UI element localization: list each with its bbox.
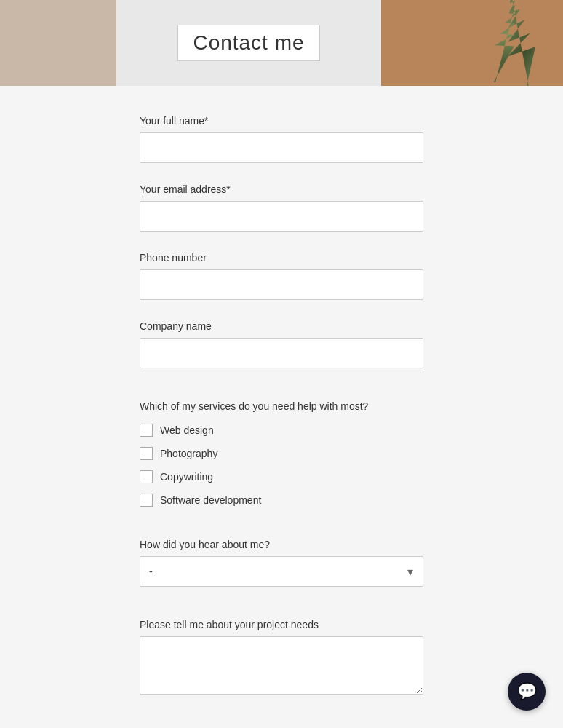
services-group: Which of my services do you need help wi… [140,400,423,507]
hero-section: Contact me [0,0,563,86]
hero-right-bg [381,0,563,86]
checkbox-software-development-label[interactable]: Software development [160,494,261,506]
hear-select[interactable]: - Google Social media Friend referral Ot… [140,556,423,587]
checkbox-photography[interactable]: Photography [140,447,423,460]
project-label: Please tell me about your project needs [140,619,423,630]
checkbox-copywriting-input[interactable] [140,470,153,483]
phone-input[interactable] [140,269,423,300]
full-name-group: Your full name* [140,115,423,163]
company-label: Company name [140,320,423,332]
services-label: Which of my services do you need help wi… [140,400,423,412]
email-input[interactable] [140,201,423,232]
checkbox-software-development[interactable]: Software development [140,494,423,507]
checkbox-photography-input[interactable] [140,447,153,460]
form-container: Your full name* Your email address* Phon… [0,86,563,728]
checkbox-web-design-input[interactable] [140,424,153,437]
email-label: Your email address* [140,183,423,195]
chat-icon: 💬 [517,682,537,701]
hero-center-bg: Contact me [116,0,381,86]
checkbox-photography-label[interactable]: Photography [160,448,217,459]
hero-left-bg [0,0,116,86]
hear-label: How did you hear about me? [140,539,423,550]
company-group: Company name [140,320,423,368]
project-group: Please tell me about your project needs [140,619,423,697]
hear-select-wrapper: - Google Social media Friend referral Ot… [140,556,423,587]
page-title: Contact me [177,25,319,61]
checkbox-group: Web design Photography Copywriting Softw… [140,424,423,507]
chat-button[interactable]: 💬 [508,673,546,711]
project-textarea[interactable] [140,636,423,695]
divider3 [140,607,423,619]
checkbox-web-design-label[interactable]: Web design [160,424,214,436]
full-name-input[interactable] [140,132,423,163]
phone-group: Phone number [140,252,423,300]
checkbox-copywriting[interactable]: Copywriting [140,470,423,483]
hear-group: How did you hear about me? - Google Soci… [140,539,423,587]
checkbox-web-design[interactable]: Web design [140,424,423,437]
full-name-label: Your full name* [140,115,423,127]
email-group: Your email address* [140,183,423,232]
company-input[interactable] [140,338,423,368]
checkbox-copywriting-label[interactable]: Copywriting [160,471,213,483]
divider2 [140,527,423,539]
divider [140,389,423,400]
phone-label: Phone number [140,252,423,264]
checkbox-software-development-input[interactable] [140,494,153,507]
